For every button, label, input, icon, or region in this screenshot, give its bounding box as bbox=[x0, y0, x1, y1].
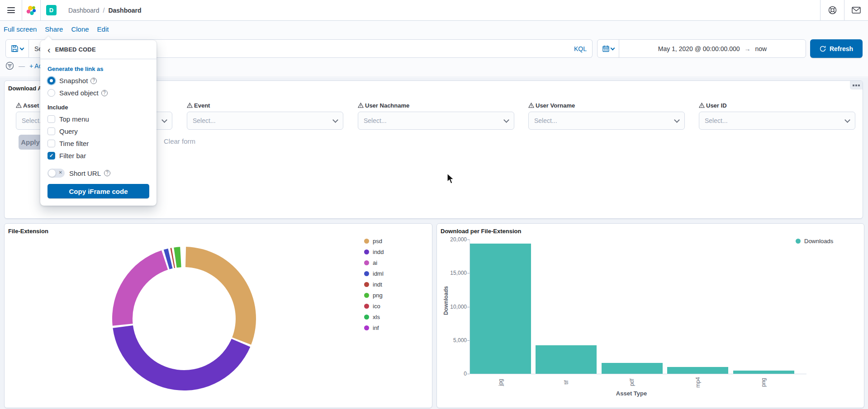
checkbox-query[interactable]: ✓ Query bbox=[47, 127, 149, 135]
legend-item[interactable]: inf bbox=[364, 322, 384, 333]
radio-icon[interactable] bbox=[47, 77, 55, 85]
legend-item[interactable]: ai bbox=[364, 257, 384, 268]
user-id-select[interactable]: Select... bbox=[699, 112, 855, 130]
warning-icon bbox=[16, 103, 22, 108]
refresh-button[interactable]: Refresh bbox=[810, 39, 863, 58]
legend-item[interactable]: idml bbox=[364, 268, 384, 279]
short-url-toggle[interactable]: ✕ bbox=[47, 169, 65, 178]
edit-link[interactable]: Edit bbox=[97, 25, 109, 33]
donut-slice-psd[interactable] bbox=[185, 247, 256, 345]
legend-item[interactable]: ico bbox=[364, 301, 384, 311]
date-range-start[interactable]: May 1, 2020 @ 00:00:00.000 bbox=[658, 45, 740, 52]
chevron-down-icon bbox=[332, 117, 338, 123]
legend-swatch bbox=[364, 282, 369, 287]
radio-snapshot[interactable]: Snapshot ? bbox=[47, 77, 149, 85]
donut-slice-ai[interactable] bbox=[112, 250, 168, 326]
legend-swatch bbox=[364, 315, 369, 320]
bar-jpg[interactable] bbox=[470, 244, 531, 374]
share-link[interactable]: Share bbox=[45, 25, 63, 33]
user-vorname-select[interactable]: Select... bbox=[528, 112, 685, 130]
chevron-down-icon bbox=[19, 46, 24, 50]
checkbox-top-menu[interactable]: ✓ Top menu bbox=[47, 115, 149, 123]
warning-icon bbox=[358, 103, 364, 108]
question-icon[interactable]: ? bbox=[104, 170, 110, 176]
date-quick-select-button[interactable] bbox=[598, 40, 619, 57]
short-url-row: ✕ Short URL ? bbox=[47, 169, 149, 178]
warning-icon bbox=[187, 103, 193, 108]
checkbox-icon[interactable]: ✓ bbox=[47, 115, 55, 123]
clone-link[interactable]: Clone bbox=[71, 25, 89, 33]
y-tick-mark bbox=[467, 307, 470, 307]
event-select[interactable]: Select... bbox=[187, 112, 343, 130]
y-tick-label: 20,000 bbox=[441, 236, 467, 243]
panel-download-per-extension-bar: Download per File-Extension Downloads Do… bbox=[436, 223, 864, 408]
legend-label: xls bbox=[373, 314, 380, 320]
copy-iframe-code-button[interactable]: Copy iFrame code bbox=[47, 184, 149, 198]
include-label: Include bbox=[47, 104, 149, 111]
checkbox-icon[interactable]: ✓ bbox=[47, 140, 55, 147]
legend-label: idml bbox=[373, 270, 384, 277]
filter-field-user-vorname: User Vorname Select... bbox=[528, 102, 685, 130]
legend-label: indt bbox=[373, 281, 382, 288]
arrow-right-icon: → bbox=[745, 45, 751, 52]
breadcrumb: Dashboard / Dashboard bbox=[68, 7, 142, 14]
filter-field-user-id: User ID Select... bbox=[699, 102, 855, 130]
legend-item[interactable]: indd bbox=[364, 246, 384, 257]
clear-form-button[interactable]: Clear form bbox=[164, 137, 195, 145]
question-icon[interactable]: ? bbox=[101, 90, 108, 96]
legend-item[interactable]: png bbox=[364, 290, 384, 301]
legend-swatch bbox=[364, 271, 369, 276]
checkbox-icon[interactable]: ✓ bbox=[47, 127, 55, 135]
donut-slice-indd[interactable] bbox=[113, 325, 250, 390]
kql-syntax-button[interactable]: KQL bbox=[569, 45, 587, 52]
radio-saved-object[interactable]: Saved object ? bbox=[47, 89, 149, 97]
apply-button[interactable]: Apply bbox=[19, 135, 42, 150]
y-tick-mark bbox=[467, 374, 470, 374]
breadcrumb-separator: / bbox=[103, 7, 105, 14]
elastic-logo-icon[interactable] bbox=[22, 5, 40, 15]
date-range-display[interactable]: May 1, 2020 @ 00:00:00.000 → now bbox=[619, 45, 806, 52]
help-icon[interactable] bbox=[821, 0, 844, 20]
donut-chart[interactable] bbox=[109, 244, 259, 393]
y-tick-mark bbox=[467, 340, 470, 341]
legend-swatch bbox=[364, 293, 369, 298]
date-range-end[interactable]: now bbox=[755, 45, 767, 52]
question-icon[interactable]: ? bbox=[90, 78, 97, 84]
filter-icon[interactable] bbox=[5, 61, 14, 70]
breadcrumb-dashboard-link[interactable]: Dashboard bbox=[68, 7, 100, 14]
calendar-icon bbox=[602, 45, 609, 52]
x-tick-label: pdf bbox=[629, 362, 635, 403]
newsfeed-mail-icon[interactable] bbox=[844, 0, 868, 20]
top-navigation-bar: D Dashboard / Dashboard bbox=[0, 0, 868, 21]
checkbox-icon[interactable]: ✓ bbox=[47, 152, 55, 160]
checkbox-time-filter[interactable]: ✓ Time filter bbox=[47, 140, 149, 147]
filter-dash: — bbox=[19, 62, 25, 70]
breadcrumb-current-page: Dashboard bbox=[108, 7, 141, 14]
short-url-label: Short URL bbox=[69, 169, 101, 177]
warning-icon bbox=[528, 103, 534, 108]
menu-hamburger-icon[interactable] bbox=[0, 7, 22, 13]
y-tick-label: 15,000 bbox=[441, 270, 467, 276]
legend-label: png bbox=[373, 292, 383, 299]
back-icon[interactable]: ‹ bbox=[47, 47, 51, 52]
radio-icon[interactable] bbox=[47, 89, 55, 97]
panel-options-icon[interactable] bbox=[850, 81, 863, 89]
y-tick-label: 10,000 bbox=[441, 304, 467, 310]
saved-query-menu-button[interactable] bbox=[5, 39, 29, 58]
panel-title: Download A bbox=[8, 85, 42, 92]
chevron-down-icon bbox=[674, 117, 680, 123]
legend-item[interactable]: xls bbox=[364, 311, 384, 322]
legend-swatch bbox=[364, 325, 369, 330]
legend-item[interactable]: psd bbox=[364, 235, 384, 246]
checkbox-filter-bar[interactable]: ✓ Filter bar bbox=[47, 152, 149, 160]
dashboard-app-badge[interactable]: D bbox=[46, 5, 57, 15]
x-tick-label: png bbox=[760, 362, 767, 403]
cross-icon: ✕ bbox=[59, 170, 62, 175]
x-tick-label: tif bbox=[563, 362, 569, 403]
user-nachname-select[interactable]: Select... bbox=[358, 112, 514, 130]
generate-link-as-label: Generate the link as bbox=[47, 66, 149, 72]
bar-chart[interactable]: Downloads Asset Type 05,00010,00015,0002… bbox=[437, 224, 864, 408]
full-screen-link[interactable]: Full screen bbox=[4, 25, 37, 33]
donut-slice-png[interactable] bbox=[174, 247, 181, 268]
legend-item[interactable]: indt bbox=[364, 279, 384, 290]
